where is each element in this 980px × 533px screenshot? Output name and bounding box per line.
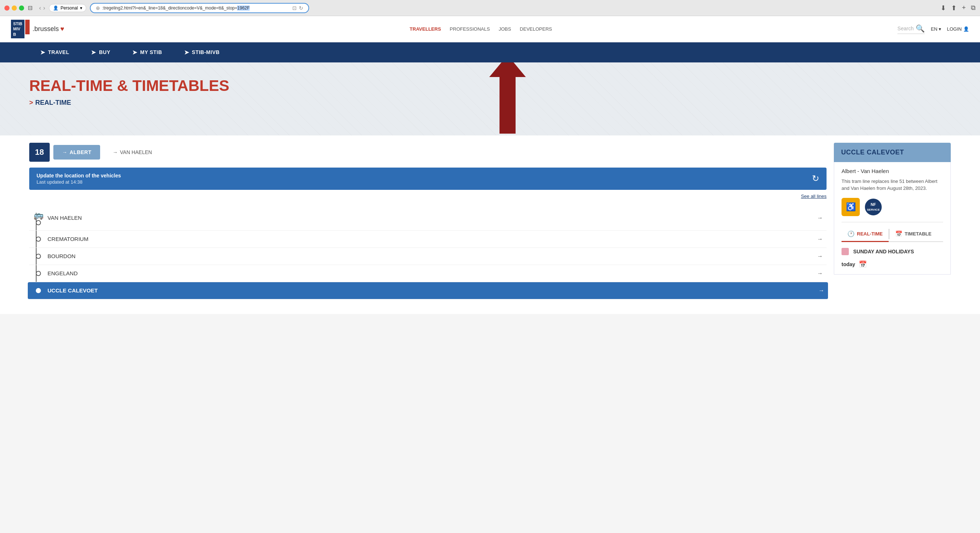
globe-icon: ⊕ (96, 5, 100, 11)
search-button[interactable]: 🔍 (916, 24, 925, 33)
hero-subtitle: > REAL-TIME (29, 99, 951, 106)
tab-row: 🕐 REAL-TIME 📅 TIMETABLE (842, 227, 943, 242)
subtitle-arrow-icon: > (29, 99, 33, 106)
stop-line-area (29, 288, 48, 293)
nav-travel[interactable]: ➤ TRAVEL (29, 42, 80, 62)
stop-name: ENGELAND (48, 270, 817, 276)
stop-arrow-icon: → (817, 270, 823, 277)
timetable-tab[interactable]: 📅 TIMETABLE (889, 227, 937, 241)
today-calendar-icon[interactable]: 📅 (859, 260, 867, 268)
profile-pill[interactable]: 👤 Personal ▾ (49, 4, 86, 12)
top-nav: STIB MIV B .brussels ♥ TRAVELLERS PROFES… (0, 16, 980, 42)
stop-name: CREMATORIUM (48, 236, 817, 242)
profile-chevron-icon: ▾ (80, 5, 82, 11)
stop-row-highlighted[interactable]: UCCLE CALEVOET → (28, 282, 828, 299)
hero-section: REAL-TIME & TIMETABLES > REAL-TIME (0, 62, 980, 135)
stop-line-area: 🚌 (29, 211, 48, 225)
stop-arrow-icon: → (818, 287, 824, 294)
route-description: This tram line replaces line 51 between … (842, 178, 943, 192)
nav-links: TRAVELLERS PROFESSIONALS JOBS DEVELOPERS (410, 26, 552, 32)
stop-row[interactable]: ENGELAND → (29, 265, 827, 282)
left-panel: 18 → ALBERT → VAN HAELEN Update the loca… (29, 143, 827, 299)
stop-name: VAN HAELEN (48, 215, 817, 221)
logo-brussels[interactable]: .brussels ♥ (32, 25, 64, 33)
right-panel-title: UCCLE CALEVOET (841, 149, 943, 156)
nav-developers[interactable]: DEVELOPERS (520, 26, 552, 32)
logo-mivb: MIV (13, 26, 22, 32)
cast-icon: ⊡ (292, 5, 297, 11)
tabs-icon[interactable]: ⧉ (971, 4, 975, 12)
lang-chevron-icon: ▾ (939, 26, 941, 32)
close-button[interactable] (5, 5, 10, 11)
update-banner: Update the location of the vehicles Last… (29, 168, 827, 190)
hero-title: REAL-TIME & TIMETABLES (29, 77, 951, 95)
address-bar[interactable]: ⊕ :tregeling2.html?l=en&_line=18&_direct… (90, 3, 309, 13)
stop-line-area (29, 271, 48, 276)
nav-buy[interactable]: ➤ BUY (80, 42, 121, 62)
refresh-vehicles-button[interactable]: ↻ (812, 173, 819, 184)
stop-circle (36, 220, 41, 225)
user-icon: 👤 (963, 26, 969, 32)
add-tab-icon[interactable]: + (962, 4, 966, 12)
nav-right: Search 🔍 EN ▾ LOGIN 👤 (897, 24, 969, 34)
browser-right-buttons: ⬇ ⬆ + ⧉ (940, 4, 975, 12)
language-button[interactable]: EN ▾ (931, 26, 941, 32)
back-button[interactable]: ‹ (39, 5, 41, 11)
stop-row[interactable]: 🚌 VAN HAELEN → (29, 206, 827, 231)
profile-label: Personal (60, 5, 78, 11)
travel-arrow-icon: ➤ (40, 49, 45, 56)
login-button[interactable]: LOGIN 👤 (947, 26, 969, 32)
direction-van-haelen-button[interactable]: → VAN HAELEN (104, 145, 161, 160)
nav-professionals[interactable]: PROFESSIONALS (450, 26, 490, 32)
direction-albert-button[interactable]: → ALBERT (53, 145, 100, 160)
logo-stib: STIB (13, 21, 22, 26)
heart-icon: ♥ (60, 25, 64, 33)
stop-list-container: 🚌 VAN HAELEN → CREMATORIUM → (29, 206, 827, 299)
line-number: 18 (29, 143, 50, 162)
search-text: Search (897, 25, 913, 32)
profile-icon: 👤 (53, 5, 59, 11)
share-icon[interactable]: ⬆ (951, 4, 957, 12)
tram-icon: 🚌 (33, 211, 43, 220)
update-title: Update the location of the vehicles (37, 173, 121, 179)
nav-my-stib[interactable]: ➤ MY STIB (121, 42, 173, 62)
calendar-tab-icon: 📅 (895, 230, 902, 237)
sidebar-toggle[interactable]: ⊟ (28, 5, 32, 11)
buy-arrow-icon: ➤ (91, 49, 96, 56)
stop-name: BOURDON (48, 253, 817, 259)
download-icon[interactable]: ⬇ (940, 4, 946, 12)
stop-arrow-icon: → (817, 253, 823, 260)
stop-arrow-icon: → (817, 236, 823, 243)
fullscreen-button[interactable] (19, 5, 24, 11)
stop-line-area (29, 236, 48, 242)
holiday-text: SUNDAY AND HOLIDAYS (853, 249, 914, 254)
nf-service-icon: NFSERVICE (864, 198, 883, 216)
stop-name: UCCLE CALEVOET (48, 287, 818, 293)
browser-chrome: ⊟ ‹ › 👤 Personal ▾ ⊕ :tregeling2.html?l=… (0, 0, 980, 16)
subtitle-text: REAL-TIME (35, 99, 71, 106)
stop-circle (36, 271, 41, 276)
service-icons: ♿ NFSERVICE (842, 198, 943, 216)
stop-row[interactable]: CREMATORIUM → (29, 231, 827, 248)
minimize-button[interactable] (12, 5, 17, 11)
holiday-row: SUNDAY AND HOLIDAYS (842, 248, 943, 255)
right-panel-header: UCCLE CALEVOET (834, 143, 951, 162)
nav-travellers[interactable]: TRAVELLERS (410, 26, 441, 32)
accessibility-icon: ♿ (842, 198, 860, 216)
logo-box[interactable]: STIB MIV B (11, 20, 30, 38)
blue-nav: ➤ TRAVEL ➤ BUY ➤ MY STIB ➤ STIB-MIVB (0, 42, 980, 62)
nav-stib-mivb[interactable]: ➤ STIB-MIVB (173, 42, 231, 62)
refresh-icon[interactable]: ↻ (299, 5, 303, 11)
logo-b: B (13, 32, 22, 37)
url-text: :tregeling2.html?l=en&_line=18&_directio… (102, 5, 290, 11)
stop-circle (36, 254, 41, 259)
stop-circle (36, 236, 41, 242)
stop-row[interactable]: BOURDON → (29, 248, 827, 265)
update-subtitle: Last updated at 14:38 (37, 179, 121, 185)
line-selector: 18 → ALBERT → VAN HAELEN (29, 143, 827, 162)
forward-button[interactable]: › (43, 5, 45, 11)
realtime-tab[interactable]: 🕐 REAL-TIME (842, 227, 889, 242)
today-row: today 📅 (842, 260, 943, 268)
see-all-lines-link[interactable]: See all lines (29, 191, 827, 201)
nav-jobs[interactable]: JOBS (499, 26, 511, 32)
